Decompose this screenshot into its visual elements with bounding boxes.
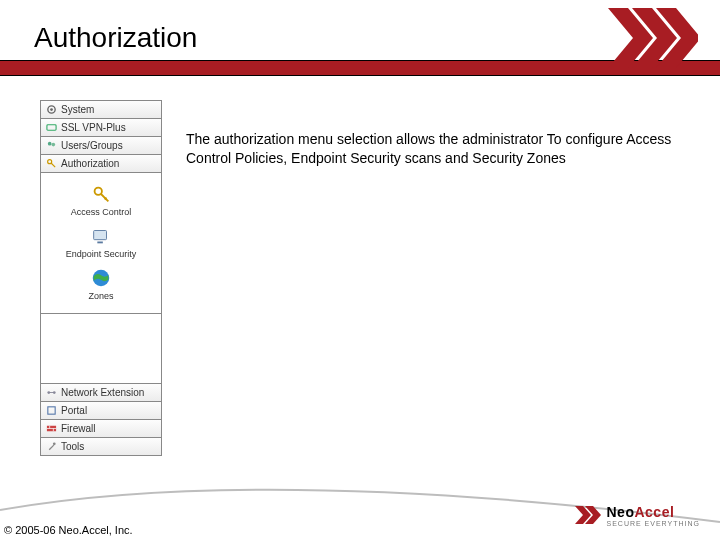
vpn-icon xyxy=(45,122,57,134)
logo-neo: Neo xyxy=(607,504,635,520)
page-title: Authorization xyxy=(34,22,197,54)
svg-rect-5 xyxy=(46,125,55,131)
submenu-label: Endpoint Security xyxy=(66,249,137,259)
sidebar-item-label: System xyxy=(61,104,94,115)
access-control-icon xyxy=(90,183,112,205)
users-icon xyxy=(45,140,57,152)
admin-sidebar: System SSL VPN-Plus Users/Groups Authori… xyxy=(40,100,162,456)
zones-globe-icon xyxy=(90,267,112,289)
submenu-label: Zones xyxy=(88,291,113,301)
logo-name: NeoAccel xyxy=(607,504,701,520)
sidebar-item-portal[interactable]: Portal xyxy=(41,402,161,420)
network-icon xyxy=(45,387,57,399)
svg-point-6 xyxy=(47,142,51,146)
svg-point-24 xyxy=(52,442,55,445)
sidebar-item-label: Authorization xyxy=(61,158,119,169)
slide: Authorization System SSL VPN-Plus Users/… xyxy=(0,0,720,540)
svg-line-9 xyxy=(51,163,55,167)
portal-icon xyxy=(45,405,57,417)
svg-rect-19 xyxy=(47,407,54,414)
sidebar-item-users[interactable]: Users/Groups xyxy=(41,137,161,155)
sidebar-item-label: Tools xyxy=(61,441,84,452)
tools-icon xyxy=(45,441,57,453)
authorization-submenu: Access Control Endpoint Security Zones xyxy=(41,173,161,314)
svg-point-7 xyxy=(51,143,55,147)
sidebar-item-label: SSL VPN-Plus xyxy=(61,122,126,133)
svg-point-10 xyxy=(95,188,102,195)
gear-icon xyxy=(45,104,57,116)
svg-line-11 xyxy=(101,194,108,201)
sidebar-item-tools[interactable]: Tools xyxy=(41,438,161,456)
logo-accel: Accel xyxy=(634,504,674,520)
neoaccel-logo: NeoAccel SECURE EVERYTHING xyxy=(575,502,701,528)
description-text: The authorization menu selection allows … xyxy=(186,130,686,168)
submenu-label: Access Control xyxy=(71,207,132,217)
sidebar-item-network-ext[interactable]: Network Extension xyxy=(41,384,161,402)
submenu-zones[interactable]: Zones xyxy=(41,263,161,305)
svg-rect-13 xyxy=(94,231,107,240)
sidebar-item-label: Portal xyxy=(61,405,87,416)
logo-tagline: SECURE EVERYTHING xyxy=(607,520,701,527)
copyright-text: © 2005-06 Neo.Accel, Inc. xyxy=(4,524,133,536)
chevrons-decoration xyxy=(608,8,698,68)
firewall-icon xyxy=(45,423,57,435)
sidebar-item-system[interactable]: System xyxy=(41,101,161,119)
submenu-endpoint-security[interactable]: Endpoint Security xyxy=(41,221,161,263)
sidebar-item-label: Firewall xyxy=(61,423,95,434)
logo-text-block: NeoAccel SECURE EVERYTHING xyxy=(607,504,701,527)
submenu-access-control[interactable]: Access Control xyxy=(41,179,161,221)
sidebar-item-label: Network Extension xyxy=(61,387,144,398)
endpoint-security-icon xyxy=(90,225,112,247)
svg-point-4 xyxy=(50,108,53,111)
sidebar-item-authorization[interactable]: Authorization xyxy=(41,155,161,173)
key-icon xyxy=(45,158,57,170)
svg-line-12 xyxy=(105,198,107,200)
logo-mark-icon xyxy=(575,502,601,528)
sidebar-spacer xyxy=(41,314,161,384)
svg-rect-14 xyxy=(97,242,103,244)
sidebar-item-firewall[interactable]: Firewall xyxy=(41,420,161,438)
sidebar-item-sslvpn[interactable]: SSL VPN-Plus xyxy=(41,119,161,137)
sidebar-item-label: Users/Groups xyxy=(61,140,123,151)
